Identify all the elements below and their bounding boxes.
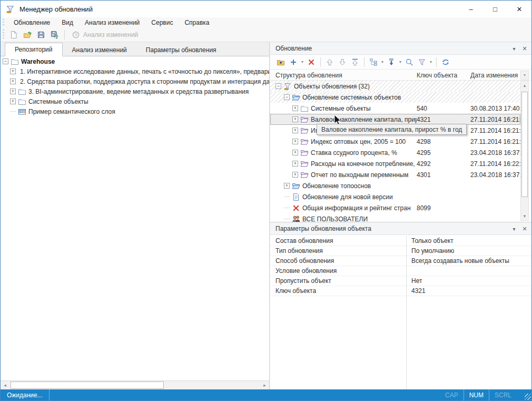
expander-icon[interactable]: +: [292, 161, 298, 167]
dropdown-caret-icon[interactable]: ▾: [428, 60, 434, 64]
scrollbar-thumb[interactable]: [11, 382, 164, 389]
expander-icon[interactable]: −: [275, 83, 281, 89]
tree-item[interactable]: Пример семантического слоя: [1, 106, 269, 116]
search-button[interactable]: [403, 56, 416, 69]
expander-icon[interactable]: +: [10, 89, 16, 94]
tree-item[interactable]: +2. Средства разработки, поддержка досту…: [1, 76, 269, 86]
new-document-button[interactable]: [7, 28, 21, 41]
expander-icon[interactable]: +: [292, 172, 298, 178]
table-row[interactable]: Обновление для новой версии: [270, 191, 520, 202]
row-name-cell: +Ставка ссудного процента, %: [270, 147, 417, 158]
property-row[interactable]: Пропустить объектНет: [270, 276, 531, 286]
expander-icon[interactable]: +: [292, 139, 298, 144]
folder-icon: [11, 57, 19, 66]
scroll-left-icon[interactable]: ◂: [1, 381, 9, 389]
menu-item[interactable]: Обновление: [8, 18, 56, 27]
row-key-cell: 4321: [417, 114, 469, 125]
tab[interactable]: Репозиторий: [5, 43, 63, 56]
expander-icon[interactable]: +: [284, 183, 290, 189]
dropdown-caret-icon[interactable]: ▾: [398, 60, 403, 64]
add-button[interactable]: [287, 56, 300, 69]
table-row[interactable]: +Системные объекты54030.08.2013 17:40:15: [270, 103, 520, 114]
expander-icon[interactable]: +: [10, 69, 16, 74]
tree-item[interactable]: −Warehouse: [1, 56, 269, 66]
table-row[interactable]: +Расходы на конечное потребление, и42922…: [270, 158, 520, 169]
property-row[interactable]: Способ обновленияВсегда создавать новые …: [270, 256, 531, 266]
move-down-button[interactable]: [336, 56, 349, 69]
move-top-button[interactable]: [349, 56, 361, 69]
scroll-down-icon[interactable]: ▾: [521, 212, 528, 220]
column-header-structure[interactable]: Структура обновления: [275, 70, 415, 81]
table-row[interactable]: +Обновление топооснов: [270, 180, 520, 191]
chevron-down-icon[interactable]: ▾: [509, 222, 519, 235]
expander-icon[interactable]: −: [284, 94, 290, 100]
move-up-button[interactable]: [323, 56, 336, 69]
expander-icon[interactable]: +: [292, 128, 298, 133]
save-database-button[interactable]: [48, 28, 62, 41]
table-row[interactable]: +Отчет по выходным переменным430123.04.2…: [270, 169, 520, 180]
expander-icon[interactable]: +: [292, 105, 298, 111]
property-row[interactable]: Состав обновленияТолько объект: [270, 236, 531, 246]
resize-grip[interactable]: [525, 394, 531, 400]
expander-icon[interactable]: +: [10, 79, 16, 84]
tree-item[interactable]: +1. Интерактивное исследование данных, п…: [1, 66, 269, 76]
property-row[interactable]: Тип обновленияПо умолчанию: [270, 246, 531, 256]
expander-icon[interactable]: +: [292, 150, 298, 155]
dropdown-caret-icon[interactable]: ▾: [380, 60, 385, 64]
tree-view-button[interactable]: [367, 56, 380, 69]
open-folder-icon: [23, 31, 32, 39]
refresh-button[interactable]: [439, 56, 452, 69]
scroll-up-icon[interactable]: ▴: [521, 81, 528, 90]
tree-item[interactable]: +Системные объекты: [1, 96, 269, 106]
column-chooser-icon[interactable]: ▾: [520, 71, 529, 80]
property-grid-divider[interactable]: [406, 236, 407, 389]
table-row[interactable]: −Объекты обновления (32): [270, 81, 520, 92]
minimize-button[interactable]: –: [459, 1, 483, 17]
left-tab-strip: РепозиторийАнализ измененийПараметры обн…: [1, 42, 269, 56]
table-row[interactable]: +Индекс оптовых цен, 2005 = 100429827.11…: [270, 136, 520, 147]
table-row[interactable]: ВСЕ ПОЛЬЗОВАТЕЛИ: [270, 213, 520, 222]
maximize-button[interactable]: □: [483, 1, 507, 17]
delete-button[interactable]: [305, 56, 318, 69]
property-row[interactable]: Условие обновления: [270, 266, 531, 276]
scrollbar-thumb[interactable]: [521, 92, 528, 197]
clock-icon: [72, 31, 80, 39]
menu-item[interactable]: Анализ изменений: [79, 18, 145, 27]
close-icon[interactable]: ✕: [520, 222, 529, 235]
tree-item[interactable]: +3. BI-администрирование, ведение метада…: [1, 86, 269, 96]
new-folder-button[interactable]: [274, 56, 287, 69]
menu-grip: [3, 19, 4, 26]
property-row[interactable]: Ключ объекта4321: [270, 286, 531, 296]
close-button[interactable]: ✕: [507, 1, 531, 17]
open-folder-button[interactable]: [21, 28, 34, 41]
menu-item[interactable]: Вид: [56, 18, 79, 27]
filter-button[interactable]: [416, 56, 428, 69]
table-row[interactable]: +Валовое накопление капитала, прирост % …: [270, 114, 520, 125]
expander-icon[interactable]: −: [3, 58, 8, 64]
row-date-cell: [470, 180, 520, 191]
close-icon[interactable]: ✕: [520, 42, 529, 55]
import-button[interactable]: [385, 56, 398, 69]
table-row[interactable]: Общая информация и рейтинг стран8099: [270, 202, 520, 213]
dropdown-caret-icon[interactable]: ▾: [300, 60, 305, 64]
tab[interactable]: Параметры обновления: [136, 44, 226, 56]
folder-icon: [18, 97, 26, 106]
expander-icon[interactable]: +: [292, 116, 298, 122]
tab[interactable]: Анализ изменений: [63, 44, 136, 56]
row-key-cell: [417, 191, 469, 202]
column-header-key[interactable]: Ключ объекта: [417, 70, 469, 81]
row-key-cell: [417, 81, 469, 92]
menu-item[interactable]: Справка: [179, 18, 215, 27]
save-button[interactable]: [34, 28, 48, 41]
table-row[interactable]: −Обновление системных объектов: [270, 92, 520, 103]
analysis-button[interactable]: Анализ изменений: [67, 31, 142, 39]
vertical-scrollbar[interactable]: ▴ ▾: [520, 81, 529, 221]
expander-icon[interactable]: +: [10, 99, 16, 104]
table-row[interactable]: +Ставка ссудного процента, %429523.04.20…: [270, 147, 520, 158]
menu-item[interactable]: Сервис: [145, 18, 179, 27]
column-header-date[interactable]: Дата изменения: [470, 70, 520, 81]
horizontal-scrollbar[interactable]: ◂ ▸: [1, 380, 269, 389]
scroll-right-icon[interactable]: ▸: [260, 381, 269, 389]
folder-open-blue-icon: [292, 182, 300, 190]
chevron-down-icon[interactable]: ▾: [509, 42, 519, 55]
